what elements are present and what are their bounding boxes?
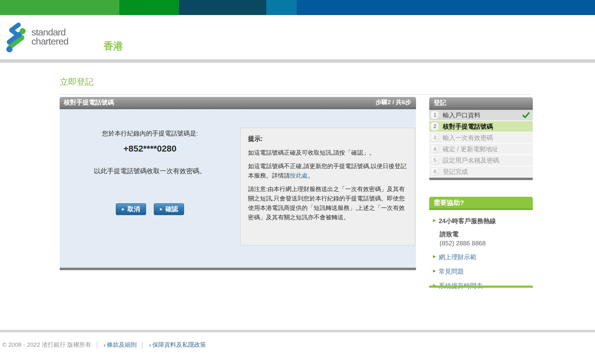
chevron-icon: › (149, 342, 151, 348)
faq-link[interactable]: 常見問題 (439, 267, 464, 276)
footer-divider (0, 330, 595, 332)
step-indicator: 步驟2 / 共6步 (376, 98, 411, 106)
step-row-6: 6 登記完成 (429, 166, 533, 177)
step-number-badge: 1 (431, 111, 439, 119)
arrow-bullet-icon: ▶ (433, 254, 436, 258)
step-number-badge: 3 (431, 134, 439, 142)
step-row-1: 1 輸入戶口資料 (429, 110, 533, 120)
footer-separator: │ (95, 342, 99, 348)
brand-bar-segment (119, 0, 179, 15)
otp-note: 以此手提電話號碼收取一次有效密碼。 (60, 167, 240, 175)
button-arrow-icon: ▶ (122, 207, 124, 211)
help-link-row: ▶ 網上理財示範 (433, 253, 533, 261)
phone-on-record-label: 您於本行紀錄內的手提電話號碼是: (60, 129, 240, 138)
arrow-bullet-icon: ▶ (433, 269, 436, 273)
need-help-panel: 需要協助? ▶ 24小時客戶服務熱線 請致電 (852) 2886 8868 ▶… (429, 197, 533, 288)
steps-panel-header: 登記 (429, 97, 533, 110)
title-underline (60, 94, 531, 94)
step-row-2: 2 核對手提電話號碼 (429, 121, 533, 132)
hotline-title: ▶ 24小時客戶服務熱線 (433, 217, 533, 225)
confirm-button[interactable]: ▶ 確認 (154, 203, 184, 215)
hotline-number: (852) 2886 8868 (440, 240, 533, 247)
tips-paragraph-2: 如這電話號碼不正確,請更新您的手提電話號碼,以便日後登記本服務。詳情請按此處。 (248, 162, 407, 180)
steps-panel-bottom-bar (429, 178, 533, 180)
verify-phone-panel: 核對手提電話號碼 步驟2 / 共6步 您於本行紀錄內的手提電話號碼是: +852… (60, 97, 416, 272)
terms-link[interactable]: ›條款及細則 (104, 341, 137, 349)
chevron-icon: › (104, 342, 106, 348)
help-panel-bottom-bar (429, 286, 533, 288)
panel-body: 您於本行紀錄內的手提電話號碼是: +852****0280 以此手提電話號碼收取… (60, 109, 416, 268)
phone-section: 您於本行紀錄內的手提電話號碼是: +852****0280 以此手提電話號碼收取… (60, 109, 240, 268)
brand-color-bar (0, 0, 595, 15)
help-link-row: ▶ 常見問題 (433, 267, 533, 276)
tips-paragraph-1: 如這電話號碼正確及可收取短訊,請按「確認」。 (248, 148, 407, 158)
help-panel-header: 需要協助? (429, 197, 533, 210)
masked-phone-number: +852****0280 (60, 144, 240, 154)
tips-title: 提示: (248, 135, 407, 143)
logo-wordmark: standard chartered (31, 28, 68, 46)
click-here-link[interactable]: 按此處 (290, 172, 308, 179)
footer: © 2008 - 2022 渣打銀行 版權所有 │ ›條款及細則 │ ›保障資料… (2, 341, 206, 349)
brand-bar-segment (179, 0, 266, 15)
step-row-5: 5 設定用戶名稱及密碼 (429, 155, 533, 166)
brand-bar-segment (0, 0, 119, 15)
panel-header: 核對手提電話號碼 步驟2 / 共6步 (60, 97, 416, 109)
panel-bottom-bar (60, 268, 416, 270)
button-row: ▶ 取消 ▶ 確認 (60, 203, 240, 215)
page-root: standard chartered 香港 立即登記 核對手提電話號碼 步驟2 … (0, 0, 595, 364)
step-number-badge: 4 (431, 145, 439, 153)
brand-bar-segment (297, 0, 595, 15)
header-divider (0, 59, 595, 63)
copyright-text: © 2008 - 2022 渣打銀行 版權所有 (2, 341, 91, 349)
page-title: 立即登記 (60, 76, 94, 88)
button-arrow-icon: ▶ (160, 207, 162, 211)
check-icon (522, 111, 530, 119)
cancel-button[interactable]: ▶ 取消 (116, 203, 146, 215)
registration-steps-panel: 登記 1 輸入戶口資料 2 核對手提電話號碼 3 輸入一次有效密碼 4 確定 /… (429, 97, 533, 180)
hotline-sub-label: 請致電 (440, 230, 533, 238)
region-label: 香港 (104, 40, 123, 53)
tips-box: 提示: 如這電話號碼正確及可收取短訊,請按「確認」。 如這電話號碼不正確,請更新… (240, 128, 415, 245)
tips-paragraph-3: 請注意:由本行網上理財服務送出之「一次有效密碼」及其有關之短訊,只會發送到您於本… (248, 185, 407, 222)
panel-title: 核對手提電話號碼 (64, 98, 114, 107)
step-row-4: 4 確定 / 更新電郵地址 (429, 144, 533, 154)
privacy-policy-link[interactable]: ›保障資料及私隱政策 (149, 341, 206, 349)
brand-bar-segment (266, 0, 297, 15)
step-number-badge: 6 (431, 168, 439, 176)
hotline-detail: 請致電 (852) 2886 8868 (440, 230, 533, 247)
step-row-3: 3 輸入一次有效密碼 (429, 132, 533, 143)
standard-chartered-trustmark-icon (5, 22, 26, 53)
step-number-badge: 2 (431, 122, 439, 131)
footer-separator: │ (141, 342, 144, 348)
step-number-badge: 5 (431, 156, 439, 164)
online-banking-demo-link[interactable]: 網上理財示範 (439, 253, 476, 261)
arrow-bullet-icon: ▶ (433, 218, 436, 222)
